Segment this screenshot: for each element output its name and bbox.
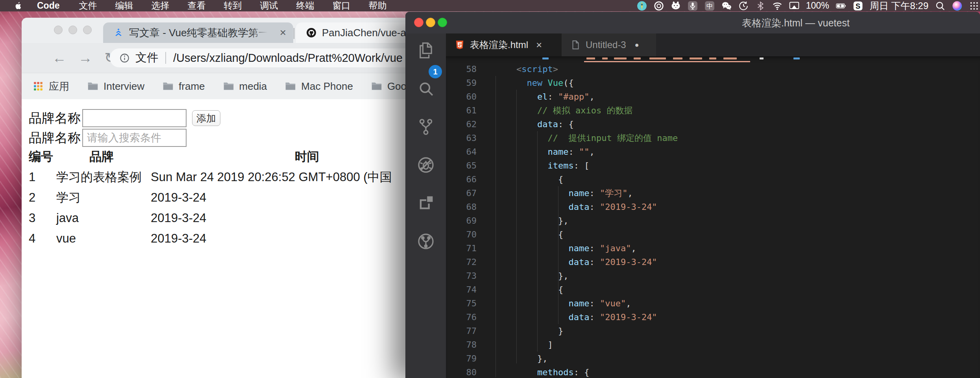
browser-minimize-button[interactable] (68, 26, 77, 34)
menubar-menu-文件[interactable]: 文件 (70, 0, 106, 12)
code-line-61: 61 // 模拟 axios 的数据 (446, 104, 980, 117)
explorer-badge: 1 (429, 65, 442, 78)
browser-zoom-button[interactable] (83, 26, 92, 34)
vscode-tab-Untitled-3[interactable]: Untitled-3● (562, 33, 656, 56)
code-text: }, (496, 271, 568, 281)
apps-grid-icon (33, 81, 44, 91)
dictation-icon[interactable] (688, 1, 698, 11)
bookmark-label: Mac Phone (301, 80, 353, 93)
line-number: 61 (446, 106, 477, 115)
bookmark-Mac Phone[interactable]: Mac Phone (285, 80, 353, 93)
bluetooth-icon[interactable] (755, 1, 766, 11)
line-number: 60 (446, 92, 477, 102)
url-path: /Users/xzliang/Downloads/Pratt%20Work/vu… (173, 52, 403, 65)
back-icon[interactable]: ← (52, 51, 67, 65)
battery-percent[interactable]: 100% (806, 0, 829, 11)
vscode-minimize-button[interactable] (426, 18, 435, 27)
clipped-glyph (542, 57, 549, 59)
vscode-tab-表格渲染.html[interactable]: 表格渲染.html× (446, 33, 562, 56)
browser-tab-github[interactable]: PanJiaChen/vue-admin- (296, 22, 409, 43)
menubar-app-name[interactable]: Code (32, 0, 65, 11)
menubar-clock[interactable]: 周日 下午8:29 (870, 0, 928, 12)
col-header-id: 编号 (29, 148, 53, 165)
menubar-menu-选择[interactable]: 选择 (142, 0, 179, 12)
debug-disabled-icon[interactable] (416, 156, 435, 174)
info-icon[interactable] (119, 53, 130, 63)
vscode-editor[interactable]: 58 <script>59 new Vue({60 el: "#app",61 … (446, 56, 980, 378)
menubar-menu-帮助[interactable]: 帮助 (360, 0, 396, 12)
battery-charging-icon[interactable] (836, 1, 846, 11)
clipped-glyph (709, 57, 716, 59)
apple-icon[interactable] (14, 1, 24, 11)
bunny-icon[interactable] (671, 1, 681, 11)
vscode-tab-label: 表格渲染.html (470, 39, 528, 51)
spotlight-icon[interactable] (935, 1, 945, 11)
fork-circle-icon[interactable] (416, 232, 435, 251)
folder-icon (285, 81, 296, 91)
menubar-menu-调试[interactable]: 调试 (251, 0, 287, 12)
vscode-activity-bar: 1 (405, 33, 446, 378)
line-number: 58 (446, 64, 477, 74)
code-line-59: 59 new Vue({ (446, 76, 980, 90)
brand-name-input[interactable] (82, 109, 187, 127)
source-control-icon[interactable] (416, 117, 435, 136)
add-button[interactable]: 添加 (192, 110, 220, 126)
app-circle-icon[interactable] (637, 1, 647, 11)
menubar-menu-查看[interactable]: 查看 (179, 0, 215, 12)
vscode-zoom-button[interactable] (438, 18, 447, 27)
siri-icon[interactable] (952, 1, 962, 11)
clipped-glyph (723, 57, 737, 59)
vscode-window-title: 表格渲染.html — vuetest (742, 16, 850, 29)
bookmark-应用[interactable]: 应用 (33, 80, 69, 93)
table-cell: 2019-3-24 (151, 232, 206, 246)
url-scheme-label: 文件 (135, 50, 158, 66)
menubar-menu-终端[interactable]: 终端 (287, 0, 324, 12)
code-text: name: "学习", (496, 187, 633, 199)
code-line-74: 74 { (446, 283, 980, 296)
menubar-menus: 文件编辑选择查看转到调试终端窗口帮助 (70, 0, 396, 12)
wechat-icon[interactable] (721, 1, 732, 11)
bookmark-Google[interactable]: Google (371, 80, 409, 93)
page-content: 品牌名称 添加 品牌名称 编号 品牌 时间 1学习的表格案例Sun Mar 24… (22, 99, 409, 378)
browser-tab-write-article[interactable]: 写文章 - Vue纯零基础教学第一开 × (103, 22, 293, 43)
wifi-icon[interactable] (772, 1, 782, 11)
table-row: 3java2019-3-24 (22, 208, 409, 228)
bookmark-media[interactable]: media (223, 80, 267, 93)
code-line-77: 77 } (446, 324, 980, 338)
menubar-menu-编辑[interactable]: 编辑 (106, 0, 142, 12)
line-number: 67 (446, 188, 477, 198)
code-text: name: "vue", (496, 298, 631, 308)
line-number: 71 (446, 243, 477, 253)
menu-grid-icon[interactable] (969, 1, 979, 11)
screen-mirroring-icon[interactable] (789, 1, 799, 11)
menubar-status-area: 中100%S周日 下午8:29 (637, 0, 980, 12)
unsaved-dot-icon[interactable]: ● (635, 41, 639, 48)
code-text: }, (496, 216, 568, 226)
vscode-tabbar: 表格渲染.html×Untitled-3● (446, 33, 980, 56)
explorer-icon[interactable] (416, 41, 435, 60)
code-text: <script> (496, 64, 558, 74)
address-bar[interactable]: 文件 /Users/xzliang/Downloads/Pratt%20Work… (110, 48, 409, 67)
table-cell: 学习 (56, 189, 81, 206)
svg-text:S: S (855, 2, 860, 10)
line-number: 66 (446, 174, 477, 184)
record-circle-icon[interactable] (654, 1, 664, 11)
bookmark-Interview[interactable]: Interview (87, 80, 144, 93)
vscode-close-button[interactable] (414, 18, 423, 27)
menubar-menu-窗口[interactable]: 窗口 (324, 0, 360, 12)
input-source-icon[interactable]: 中 (704, 1, 715, 11)
brand-search-input[interactable] (82, 129, 187, 147)
line-number: 68 (446, 202, 477, 212)
extensions-icon[interactable] (416, 194, 435, 213)
tab-close-icon[interactable]: × (280, 27, 286, 38)
table-header-row: 编号 品牌 时间 (22, 146, 409, 167)
code-text: name: "java", (496, 243, 636, 253)
browser-close-button[interactable] (54, 26, 63, 34)
forward-icon[interactable]: → (78, 51, 92, 65)
sogou-icon[interactable]: S (853, 1, 863, 11)
time-machine-icon[interactable] (738, 1, 749, 11)
menubar-menu-转到[interactable]: 转到 (215, 0, 251, 12)
tab-close-icon[interactable]: × (536, 40, 542, 50)
bookmark-frame[interactable]: frame (163, 80, 205, 93)
search-icon[interactable] (416, 79, 435, 98)
